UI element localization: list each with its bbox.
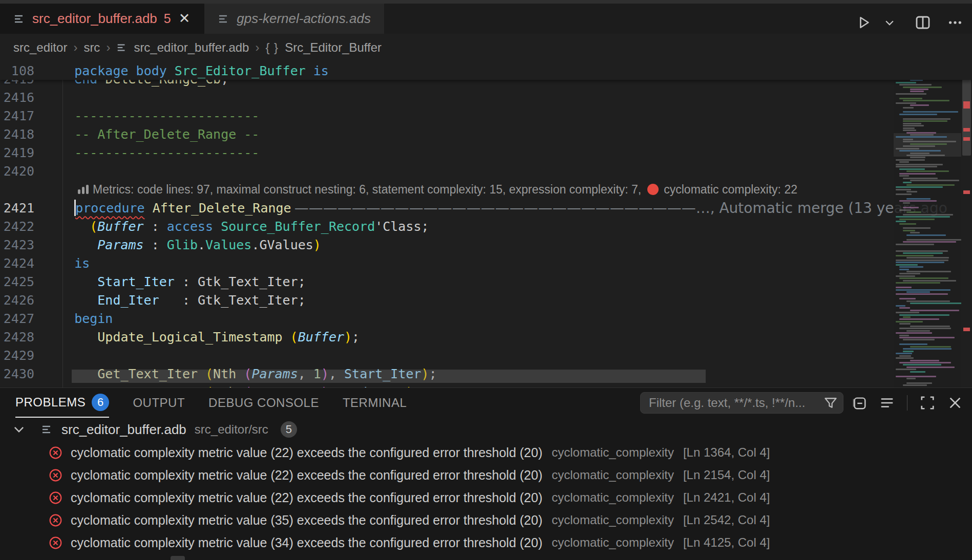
file-icon xyxy=(116,42,128,53)
tab-terminal[interactable]: TERMINAL xyxy=(343,388,407,418)
maximize-panel-icon[interactable] xyxy=(920,395,935,411)
code-line-2424[interactable]: 2424 is xyxy=(0,254,972,272)
minimap-line xyxy=(899,307,910,309)
line-number[interactable]: 2418 xyxy=(0,127,51,142)
minimap-line xyxy=(903,127,915,129)
code-token: , xyxy=(329,385,344,388)
metrics-codelens[interactable]: Metrics: code lines: 97, maximal constru… xyxy=(0,180,972,199)
code-line-2418[interactable]: 2418 -- After_Delete_Range -- xyxy=(0,125,972,143)
minimap[interactable] xyxy=(894,61,961,387)
more-actions-button[interactable] xyxy=(947,15,963,30)
minimap-line xyxy=(899,314,949,316)
code-token xyxy=(51,385,97,388)
code-line-2419[interactable]: 2419 ------------------------ xyxy=(0,143,972,162)
panel-header: PROBLEMS 6 OUTPUT DEBUG CONSOLE TERMINAL xyxy=(0,388,972,418)
breadcrumb-symbol[interactable]: Src_Editor_Buffer xyxy=(285,40,382,55)
code-line-2423[interactable]: 2423 Params : Glib.Values.GValues) xyxy=(0,235,972,254)
code-line-2416[interactable]: 2416 xyxy=(0,88,972,106)
line-number[interactable]: 2420 xyxy=(0,164,51,179)
code-line-2425[interactable]: 2425 Start_Iter : Gtk_Text_Iter; xyxy=(0,272,972,291)
metrics-text: Metrics: code lines: 97, maximal constru… xyxy=(93,183,641,197)
code-line-2417[interactable]: 2417 ------------------------ xyxy=(0,106,972,125)
line-number[interactable]: 2423 xyxy=(0,238,51,252)
problem-row[interactable]: cyclomatic complexity metric value (22) … xyxy=(0,441,972,464)
code-text: is xyxy=(51,256,90,271)
run-button[interactable] xyxy=(856,15,872,30)
problems-file-group[interactable]: src_editor_buffer.adb src_editor/src 5 xyxy=(0,418,972,441)
close-tab-icon[interactable]: ✕ xyxy=(178,12,192,26)
minimap-line xyxy=(903,202,910,204)
filter-input[interactable] xyxy=(649,396,823,410)
line-number[interactable]: 2419 xyxy=(0,145,51,160)
code-line-2422[interactable]: 2422 (Buffer : access Source_Buffer_Reco… xyxy=(0,217,972,235)
code-line-2427[interactable]: 2427 begin xyxy=(0,309,972,328)
breadcrumb-project[interactable]: src_editor xyxy=(13,40,67,55)
line-number[interactable]: 2422 xyxy=(0,219,51,234)
code-token: Params xyxy=(251,385,298,388)
minimap-line xyxy=(903,207,919,208)
breadcrumb-folder[interactable]: src xyxy=(83,40,100,55)
tab-label: gps-kernel-actions.ads xyxy=(237,11,371,27)
problem-row[interactable]: cyclomatic complexity metric value (35) … xyxy=(0,509,972,531)
problem-row[interactable]: cyclomatic complexity metric value (22) … xyxy=(0,486,972,509)
code-token: Start_Iter xyxy=(97,274,175,289)
run-dropdown-chevron-icon[interactable] xyxy=(884,17,895,28)
tab-gps-kernel-actions[interactable]: gps-kernel-actions.ads xyxy=(204,4,384,34)
minimap-line xyxy=(910,89,928,90)
problem-row[interactable]: cyclomatic complexity metric value (34) … xyxy=(0,531,972,554)
minimap-line xyxy=(906,234,946,236)
minimap-line xyxy=(896,287,912,288)
code-line-2420[interactable]: 2420 xyxy=(0,162,972,180)
line-number[interactable]: 2426 xyxy=(0,293,51,308)
code-line-2431[interactable]: 2431 Get_Text_Iter (Nth (Params, 2), End… xyxy=(0,383,972,387)
horizontal-scrollbar[interactable] xyxy=(72,370,706,383)
line-number[interactable]: 2428 xyxy=(0,330,51,344)
error-marker xyxy=(963,101,970,109)
line-number[interactable]: 2427 xyxy=(0,311,51,326)
code-line-2426[interactable]: 2426 End_Iter : Gtk_Text_Iter; xyxy=(0,291,972,309)
minimap-line xyxy=(896,82,916,83)
code-line-108[interactable]: 108 package body Src_Editor_Buffer is xyxy=(0,61,972,80)
close-panel-icon[interactable] xyxy=(947,395,963,411)
code-token xyxy=(51,330,97,344)
line-number[interactable]: 2425 xyxy=(0,274,51,289)
minimap-line xyxy=(903,123,921,124)
breadcrumb-file[interactable]: src_editor_buffer.adb xyxy=(134,40,249,55)
line-number[interactable]: 2430 xyxy=(0,367,51,381)
problems-list: cyclomatic complexity metric value (22) … xyxy=(0,441,972,554)
line-number[interactable]: 2416 xyxy=(0,90,51,105)
code-token: Buffer xyxy=(298,330,344,344)
minimap-line xyxy=(910,180,959,181)
view-as-table-icon[interactable] xyxy=(879,395,895,411)
sticky-scroll-line[interactable]: 108 package body Src_Editor_Buffer is xyxy=(0,61,972,80)
problem-source: cyclomatic_complexity xyxy=(552,468,674,482)
tab-problems[interactable]: PROBLEMS 6 xyxy=(15,388,109,418)
filter-funnel-icon[interactable] xyxy=(823,396,838,410)
line-number[interactable]: 2431 xyxy=(0,385,51,388)
file-icon xyxy=(41,423,53,436)
minimap-line xyxy=(906,271,951,272)
code-line-2428[interactable]: 2428 Update_Logical_Timestamp (Buffer); xyxy=(0,328,972,346)
tab-debug-console[interactable]: DEBUG CONSOLE xyxy=(208,388,319,418)
code-line-2429[interactable]: 2429 xyxy=(0,346,972,364)
window-top-edge xyxy=(0,0,972,4)
minimap-line xyxy=(906,191,917,192)
code-token xyxy=(198,385,205,388)
tab-output[interactable]: OUTPUT xyxy=(133,388,185,418)
split-editor-button[interactable] xyxy=(915,14,931,31)
tab-src-editor-buffer[interactable]: src_editor_buffer.adb 5 ✕ xyxy=(0,4,204,34)
line-number[interactable]: 2424 xyxy=(0,256,51,271)
code-editor[interactable]: 2415 end Delete_Range_Cb;24162417 ------… xyxy=(0,61,972,387)
line-number[interactable]: 2421 xyxy=(0,201,51,216)
line-number[interactable]: 2429 xyxy=(0,348,51,363)
code-token: : xyxy=(144,238,167,252)
line-number[interactable]: 2417 xyxy=(0,109,51,123)
code-line-2421[interactable]: 2421 procedure After_Delete_Range———————… xyxy=(0,199,972,217)
minimap-line xyxy=(906,257,949,259)
chevron-down-icon[interactable] xyxy=(12,423,26,436)
code-token: is xyxy=(313,63,329,78)
line-number[interactable]: 108 xyxy=(0,63,51,78)
problem-row[interactable]: cyclomatic complexity metric value (22) … xyxy=(0,464,972,486)
minimap-line xyxy=(899,273,920,274)
collapse-all-icon[interactable] xyxy=(852,395,867,411)
